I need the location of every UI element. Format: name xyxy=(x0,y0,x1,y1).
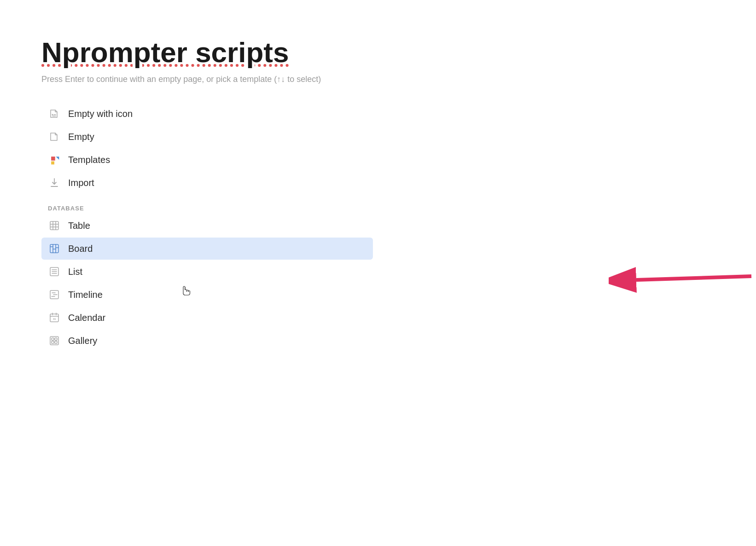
table-icon xyxy=(48,219,61,232)
svg-point-0 xyxy=(52,114,53,116)
svg-rect-5 xyxy=(50,221,58,230)
database-section-label: DATABASE xyxy=(41,205,373,212)
menu-item-import[interactable]: Import xyxy=(41,172,373,194)
menu-item-label: Gallery xyxy=(68,336,97,346)
menu-item-label: Import xyxy=(68,178,94,188)
timeline-icon xyxy=(48,288,61,301)
svg-rect-10 xyxy=(50,244,58,253)
menu-item-label: List xyxy=(68,267,82,277)
templates-icon xyxy=(48,153,61,166)
board-icon xyxy=(48,242,61,255)
svg-rect-31 xyxy=(55,338,57,340)
arrow-annotation xyxy=(609,262,756,301)
database-menu-list: Table Board xyxy=(41,215,373,352)
menu-item-calendar[interactable]: 31 Calendar xyxy=(41,307,373,329)
menu-item-label: Empty with icon xyxy=(68,109,133,119)
list-icon xyxy=(48,265,61,278)
menu-item-templates[interactable]: Templates xyxy=(41,149,373,171)
menu-list: Empty with icon Empty xyxy=(41,103,373,194)
menu-item-list[interactable]: List xyxy=(41,261,373,283)
menu-item-label: Calendar xyxy=(68,313,105,323)
svg-rect-32 xyxy=(52,341,54,343)
menu-item-label: Board xyxy=(68,244,93,254)
subtitle: Press Enter to continue with an empty pa… xyxy=(41,75,373,84)
menu-item-label: Timeline xyxy=(68,290,103,300)
menu-item-timeline[interactable]: Timeline xyxy=(41,284,373,306)
document-icon xyxy=(48,107,61,120)
menu-item-gallery[interactable]: Gallery xyxy=(41,330,373,352)
menu-item-label: Templates xyxy=(68,155,110,165)
svg-rect-30 xyxy=(52,338,54,340)
menu-item-empty[interactable]: Empty xyxy=(41,126,373,148)
menu-item-table[interactable]: Table xyxy=(41,215,373,237)
menu-item-empty-with-icon[interactable]: Empty with icon xyxy=(41,103,373,125)
svg-text:31: 31 xyxy=(53,318,56,320)
document-blank-icon xyxy=(48,130,61,143)
gallery-icon xyxy=(48,334,61,347)
svg-rect-33 xyxy=(55,341,57,343)
menu-item-label: Table xyxy=(68,221,90,231)
import-icon xyxy=(48,176,61,189)
menu-item-board[interactable]: Board xyxy=(41,238,373,260)
menu-item-label: Empty xyxy=(68,132,94,142)
svg-line-35 xyxy=(636,276,751,280)
calendar-icon: 31 xyxy=(48,311,61,324)
page-title: Nprompter scripts xyxy=(41,37,373,68)
main-container: Nprompter scripts Press Enter to continu… xyxy=(0,0,414,389)
